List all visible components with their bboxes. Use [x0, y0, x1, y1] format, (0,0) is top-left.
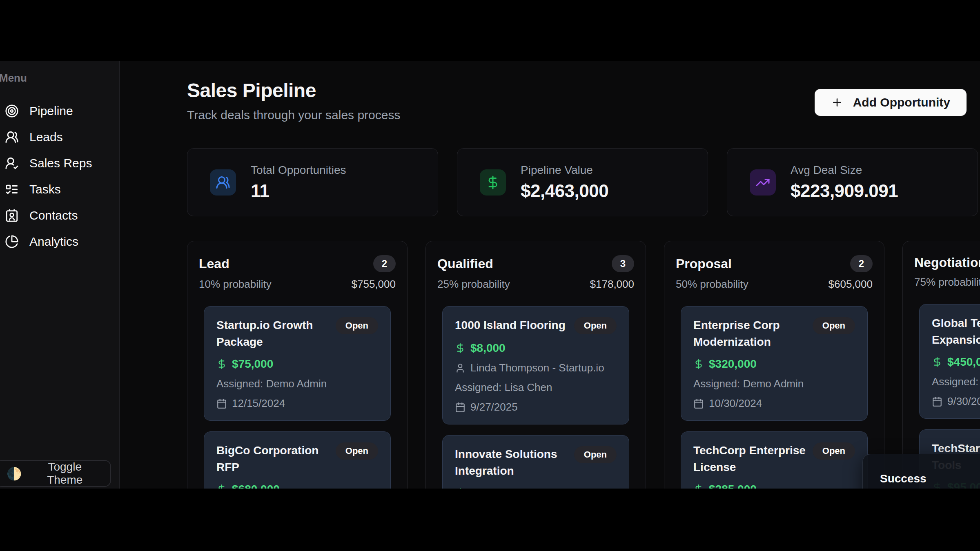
- opportunity-card[interactable]: Enterprise Corp Modernization Open $320,…: [681, 306, 868, 421]
- column-title: Negotiation: [914, 255, 980, 270]
- status-badge: Open: [336, 442, 378, 460]
- target-icon: [5, 104, 19, 118]
- moon-icon: 🌓: [7, 467, 22, 481]
- card-title: Enterprise Corp Modernization: [693, 317, 806, 350]
- opportunity-card[interactable]: Global Tech Expansion Open $450,000 Assi…: [919, 304, 980, 419]
- sidebar-item-analytics[interactable]: Analytics: [1, 231, 114, 252]
- card-title: Innovate Solutions Integration: [455, 446, 568, 479]
- card-date: 9/27/2025: [470, 401, 518, 413]
- card-amount: $285,000: [709, 483, 757, 489]
- status-badge: Open: [813, 442, 855, 460]
- stat-text: Pipeline Value $2,463,000: [521, 164, 608, 201]
- sidebar-item-contacts[interactable]: Contacts: [1, 205, 114, 226]
- opportunity-card[interactable]: TechCorp Enterprise License Open $285,00…: [681, 431, 868, 489]
- stat-text: Total Opportunities 11: [251, 164, 346, 201]
- column-qualified: Qualified 3 25% probability $178,000 100…: [425, 241, 646, 489]
- card-date: 12/15/2024: [232, 397, 285, 410]
- kanban-board[interactable]: Lead 2 10% probability $755,000 Startup.…: [187, 241, 980, 489]
- column-probability: 50% probability: [676, 278, 748, 291]
- sidebar-item-label: Contacts: [29, 209, 78, 222]
- calendar-icon: [455, 402, 466, 413]
- stat-card-pipeline-value: Pipeline Value $2,463,000: [457, 148, 708, 216]
- toggle-theme-label: Toggle Theme: [30, 460, 100, 487]
- add-opportunity-button[interactable]: Add Opportunity: [815, 89, 967, 116]
- card-assigned: Assigned: Lisa Chen: [455, 381, 617, 394]
- dollar-sign-icon: [480, 169, 506, 196]
- card-date: 9/30/2025: [947, 395, 980, 408]
- sidebar-item-label: Leads: [29, 130, 63, 144]
- dollar-sign-icon: [216, 484, 227, 489]
- status-badge: Open: [336, 317, 378, 334]
- card-amount: $320,000: [709, 358, 757, 371]
- sidebar-item-tasks[interactable]: Tasks: [1, 179, 114, 200]
- page-subtitle: Track deals through your sales process: [187, 108, 400, 122]
- opportunity-card[interactable]: Innovate Solutions Integration Open $125…: [442, 435, 629, 489]
- stat-text: Avg Deal Size $223,909.091: [791, 164, 898, 201]
- stat-value: $223,909.091: [791, 181, 898, 201]
- sidebar-item-pipeline[interactable]: Pipeline: [1, 101, 114, 121]
- status-badge: Open: [574, 317, 617, 334]
- card-amount: $75,000: [232, 358, 273, 371]
- column-title: Qualified: [437, 256, 493, 271]
- card-title: BigCo Corporation RFP: [216, 442, 329, 475]
- card-date: 10/30/2024: [709, 397, 762, 410]
- dollar-sign-icon: [216, 359, 227, 369]
- sidebar-item-sales-reps[interactable]: Sales Reps: [1, 153, 114, 173]
- sidebar-item-label: Analytics: [29, 235, 78, 249]
- card-contact: Linda Thompson - Startup.io: [470, 362, 604, 374]
- main-content: Sales Pipeline Track deals through your …: [120, 61, 980, 489]
- card-amount: $450,000: [947, 355, 980, 369]
- column-probability: 10% probability: [199, 278, 272, 291]
- card-assigned: Assigned: Demo Admin: [693, 378, 855, 390]
- trending-up-icon: [750, 169, 776, 196]
- sidebar: Menu Pipeline Leads Sales Reps Tasks Con…: [0, 61, 120, 489]
- dollar-sign-icon: [932, 357, 942, 367]
- stat-label: Avg Deal Size: [791, 164, 898, 177]
- sidebar-item-leads[interactable]: Leads: [1, 127, 114, 147]
- toast-title: Success: [880, 472, 980, 485]
- column-lead: Lead 2 10% probability $755,000 Startup.…: [187, 241, 408, 489]
- list-todo-icon: [5, 182, 19, 196]
- card-assigned: Assigned: Demo Admin: [216, 378, 378, 390]
- dollar-sign-icon: [455, 488, 466, 489]
- toggle-theme-button[interactable]: 🌓 Toggle Theme: [0, 460, 111, 487]
- user-icon: [455, 363, 466, 373]
- status-badge: Open: [813, 317, 855, 334]
- column-total: $755,000: [352, 278, 396, 291]
- stat-card-avg-deal-size: Avg Deal Size $223,909.091: [727, 148, 978, 216]
- users-icon: [210, 169, 236, 196]
- pie-chart-icon: [5, 235, 19, 249]
- add-opportunity-label: Add Opportunity: [853, 96, 950, 109]
- column-proposal: Proposal 2 50% probability $605,000 Ente…: [664, 241, 884, 489]
- card-title: TechCorp Enterprise License: [693, 442, 806, 475]
- column-count-badge: 2: [850, 255, 873, 272]
- column-cards: 1000 Island Flooring Open $8,000 Linda T…: [437, 306, 634, 489]
- column-probability: 75% probability: [914, 276, 980, 289]
- dollar-sign-icon: [455, 343, 466, 353]
- column-total: $605,000: [829, 278, 873, 291]
- stat-card-total-opportunities: Total Opportunities 11: [187, 148, 438, 216]
- card-title: Global Tech Expansion: [932, 315, 980, 348]
- column-probability: 25% probability: [437, 278, 510, 291]
- sidebar-section-label: Menu: [0, 72, 114, 84]
- status-badge: Open: [574, 446, 617, 463]
- column-cards: Enterprise Corp Modernization Open $320,…: [676, 306, 873, 489]
- card-amount: $125,000: [470, 487, 518, 489]
- card-title: 1000 Island Flooring: [455, 317, 566, 334]
- opportunity-card[interactable]: 1000 Island Flooring Open $8,000 Linda T…: [442, 306, 629, 424]
- column-cards: Startup.io Growth Package Open $75,000 A…: [199, 306, 396, 489]
- column-title: Proposal: [676, 256, 732, 271]
- success-toast: Success: [862, 454, 980, 489]
- contact-card-icon: [5, 209, 19, 222]
- card-amount: $8,000: [470, 342, 506, 355]
- column-title: Lead: [199, 256, 229, 271]
- opportunity-card[interactable]: BigCo Corporation RFP Open $680,000 Assi…: [204, 431, 391, 489]
- opportunity-card[interactable]: Startup.io Growth Package Open $75,000 A…: [204, 306, 391, 421]
- stats-row: Total Opportunities 11 Pipeline Value $2…: [187, 148, 978, 216]
- plus-icon: [831, 96, 843, 109]
- sidebar-item-label: Pipeline: [29, 104, 73, 118]
- calendar-icon: [216, 398, 227, 409]
- card-assigned: Assigned: Demo Admin: [932, 375, 980, 388]
- page-header: Sales Pipeline Track deals through your …: [187, 79, 978, 122]
- calendar-icon: [932, 396, 942, 407]
